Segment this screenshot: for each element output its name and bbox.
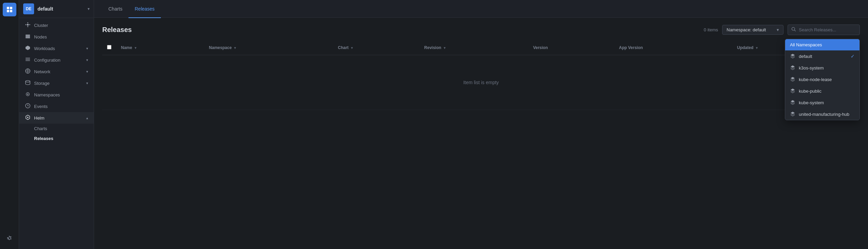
sidebar-workloads-label: Workloads bbox=[34, 46, 83, 51]
charts-sub-label: Charts bbox=[34, 126, 47, 131]
namespace-k3os-label: k3os-system bbox=[799, 65, 824, 71]
svg-point-19 bbox=[27, 94, 28, 95]
top-nav: Charts Releases bbox=[94, 0, 868, 18]
col-header-app-version: App Version bbox=[614, 41, 732, 55]
namespace-option-default[interactable]: default ✓ bbox=[785, 50, 859, 62]
col-header-version: Version bbox=[528, 41, 614, 55]
grid-icon[interactable] bbox=[3, 3, 16, 16]
sidebar-namespaces-label: Namespaces bbox=[34, 92, 88, 97]
svg-rect-9 bbox=[25, 35, 30, 36]
sidebar-nav: Cluster Nodes Workloads ▾ Configuration … bbox=[19, 18, 94, 145]
workspace-header[interactable]: DE default ▾ bbox=[19, 0, 94, 18]
svg-rect-15 bbox=[25, 60, 30, 61]
namespace-umh-label: united-manufacturing-hub bbox=[799, 112, 849, 117]
releases-sub-label: Releases bbox=[34, 136, 53, 141]
workspace-chevron-icon: ▾ bbox=[88, 6, 90, 11]
icon-rail bbox=[0, 0, 19, 249]
helm-submenu: Charts Releases bbox=[19, 124, 94, 143]
sidebar-item-namespaces[interactable]: Namespaces bbox=[19, 89, 94, 100]
namespace-kube-node-lease-label: kube-node-lease bbox=[799, 77, 832, 82]
sidebar-item-charts[interactable]: Charts bbox=[19, 124, 94, 134]
table-header-row: Name ▾ Namespace ▾ Chart ▾ Revision ▾ bbox=[102, 41, 860, 55]
namespace-default-label: default bbox=[799, 54, 812, 59]
svg-rect-2 bbox=[7, 10, 9, 12]
sidebar-item-events[interactable]: Events bbox=[19, 100, 94, 112]
svg-point-4 bbox=[27, 24, 29, 26]
nodes-icon bbox=[25, 34, 31, 40]
search-icon bbox=[791, 27, 796, 33]
svg-point-8 bbox=[29, 24, 30, 25]
workloads-icon bbox=[25, 45, 31, 51]
namespace-dropdown[interactable]: Namespace: default ▾ bbox=[722, 25, 783, 35]
sidebar-item-workloads[interactable]: Workloads ▾ bbox=[19, 43, 94, 54]
sidebar-item-configuration[interactable]: Configuration ▾ bbox=[19, 54, 94, 66]
network-chevron-icon: ▾ bbox=[86, 69, 88, 74]
namespace-option-kube-node-lease[interactable]: kube-node-lease bbox=[785, 74, 859, 85]
empty-row: Item list is empty bbox=[102, 55, 860, 110]
namespace-kube-pub-layers-icon bbox=[790, 88, 795, 94]
namespace-option-k3os-system[interactable]: k3os-system bbox=[785, 62, 859, 74]
search-input[interactable] bbox=[799, 27, 856, 32]
sidebar-item-network[interactable]: Network ▾ bbox=[19, 66, 94, 77]
search-box bbox=[788, 25, 860, 35]
tab-charts[interactable]: Charts bbox=[102, 0, 128, 18]
select-all-checkbox-header[interactable] bbox=[102, 41, 116, 55]
events-icon bbox=[25, 103, 31, 109]
col-header-namespace[interactable]: Namespace ▾ bbox=[204, 41, 333, 55]
col-header-chart[interactable]: Chart ▾ bbox=[333, 41, 419, 55]
avatar: DE bbox=[23, 3, 34, 14]
chart-sort-icon: ▾ bbox=[351, 46, 353, 50]
sidebar-item-cluster[interactable]: Cluster bbox=[19, 19, 94, 31]
svg-rect-13 bbox=[25, 58, 30, 58]
svg-point-6 bbox=[27, 26, 28, 27]
svg-rect-10 bbox=[25, 36, 30, 37]
svg-point-17 bbox=[25, 80, 30, 82]
namespace-sort-icon: ▾ bbox=[234, 46, 236, 50]
sidebar-item-helm[interactable]: Helm ▴ bbox=[19, 112, 94, 124]
namespace-option-all[interactable]: All Namespaces bbox=[785, 39, 859, 50]
updated-sort-icon: ▾ bbox=[756, 46, 758, 50]
sidebar-configuration-label: Configuration bbox=[34, 58, 83, 63]
tab-releases[interactable]: Releases bbox=[128, 0, 161, 18]
svg-rect-14 bbox=[25, 59, 30, 60]
namespace-dropdown-chevron-icon: ▾ bbox=[777, 27, 779, 32]
sidebar-cluster-label: Cluster bbox=[34, 23, 88, 28]
sidebar-nodes-label: Nodes bbox=[34, 34, 88, 40]
namespace-kube-nl-layers-icon bbox=[790, 77, 795, 82]
svg-rect-1 bbox=[10, 7, 12, 9]
svg-point-23 bbox=[27, 117, 28, 118]
releases-content: Releases 0 items Namespace: default ▾ bbox=[94, 18, 868, 249]
select-all-checkbox[interactable] bbox=[107, 45, 111, 49]
gear-icon[interactable] bbox=[3, 231, 16, 245]
releases-toolbar: Releases 0 items Namespace: default ▾ bbox=[102, 25, 860, 35]
sidebar-item-nodes[interactable]: Nodes bbox=[19, 31, 94, 43]
col-header-name[interactable]: Name ▾ bbox=[116, 41, 204, 55]
sidebar-network-label: Network bbox=[34, 69, 83, 74]
svg-point-7 bbox=[25, 24, 26, 25]
namespace-option-kube-system[interactable]: kube-system bbox=[785, 97, 859, 108]
namespace-dropdown-overlay: All Namespaces default ✓ bbox=[785, 39, 860, 120]
tab-charts-label: Charts bbox=[108, 6, 122, 12]
svg-rect-11 bbox=[25, 37, 30, 38]
namespace-dropdown-label: Namespace: default bbox=[727, 27, 766, 32]
name-sort-icon: ▾ bbox=[135, 46, 136, 50]
default-check-icon: ✓ bbox=[851, 53, 855, 59]
sidebar: DE default ▾ Cluster Nodes Workloads ▾ bbox=[19, 0, 94, 249]
svg-rect-0 bbox=[7, 7, 9, 9]
namespace-umh-layers-icon bbox=[790, 111, 795, 117]
namespace-kube-sys-layers-icon bbox=[790, 100, 795, 105]
namespace-option-kube-public[interactable]: kube-public bbox=[785, 85, 859, 97]
sidebar-item-storage[interactable]: Storage ▾ bbox=[19, 77, 94, 89]
namespace-kube-public-label: kube-public bbox=[799, 89, 822, 94]
releases-table: Name ▾ Namespace ▾ Chart ▾ Revision ▾ bbox=[102, 41, 860, 110]
item-count-badge: 0 items bbox=[704, 27, 718, 32]
storage-chevron-icon: ▾ bbox=[86, 81, 88, 85]
configuration-chevron-icon: ▾ bbox=[86, 58, 88, 62]
namespace-option-united-manufacturing-hub[interactable]: united-manufacturing-hub bbox=[785, 108, 859, 120]
configuration-icon bbox=[25, 57, 31, 63]
col-header-revision[interactable]: Revision ▾ bbox=[420, 41, 528, 55]
namespace-k3os-layers-icon bbox=[790, 65, 795, 71]
sidebar-item-releases[interactable]: Releases bbox=[19, 134, 94, 143]
releases-page-title: Releases bbox=[102, 26, 694, 34]
workloads-chevron-icon: ▾ bbox=[86, 46, 88, 51]
